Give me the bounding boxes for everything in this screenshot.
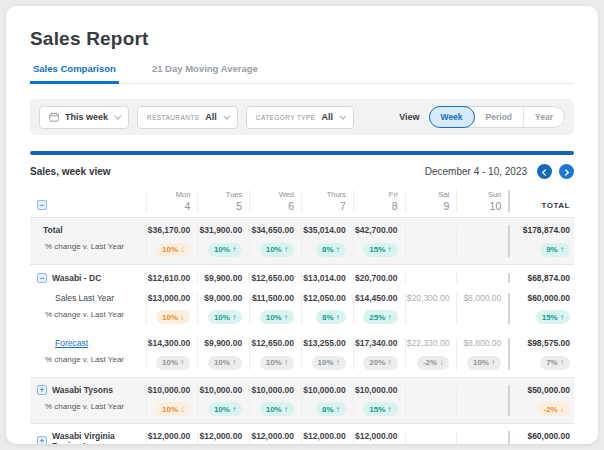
value-cell: $10,000.0010% ↑: [249, 385, 301, 417]
tab-sales-comparison[interactable]: Sales Comparison: [30, 63, 119, 84]
badge-line: 10% ↓: [147, 238, 191, 257]
chevron-down-icon: [223, 112, 230, 119]
change-badge: 10% ↑: [260, 310, 294, 324]
badge-line: 25% ↑: [354, 306, 398, 325]
value-cell: [405, 273, 457, 283]
expand-icon[interactable]: +: [37, 385, 47, 395]
change-badge: 10% ↑: [260, 402, 294, 416]
row-label-line: +Wasabi Tysons: [30, 385, 146, 395]
cell-amount: $12,000.00: [354, 431, 398, 441]
chevron-left-icon: [541, 164, 548, 179]
row-label-line: Total: [30, 225, 146, 235]
row-label-line: +Wasabi Virginia Region Longna...: [30, 431, 146, 444]
category-type-dropdown[interactable]: CATEGORY TYPE All: [246, 106, 354, 129]
cell-amount: $12,610.00: [147, 273, 191, 283]
tab-21-day-moving-average[interactable]: 21 Day Moving Average: [149, 63, 261, 83]
badge-line: 7% ↑: [510, 351, 570, 370]
cell-amount: $50,000.00: [510, 385, 570, 395]
value-cell: $12,000.0010% ↑: [249, 431, 301, 444]
value-cell: $36,170.0010% ↓: [146, 225, 198, 257]
badge-line: -2% ↓: [510, 398, 570, 417]
badge-line: 8% ↑: [302, 398, 346, 417]
badge-line: 10% ↑: [250, 306, 294, 325]
badge-line: 10% ↑: [457, 351, 501, 370]
previous-week-button[interactable]: [537, 164, 552, 179]
change-badge: 7% ↑: [540, 356, 570, 370]
filter-bar: This week RESTAURANTS All CATEGORY TYPE …: [30, 99, 574, 135]
table-header-row: −Mon4Tues5Wed6Thurs7Fri8Sat9Sun10TOTAL: [30, 187, 574, 218]
cell-amount: $9,900.00: [198, 338, 242, 348]
cell-amount: [457, 225, 501, 235]
value-cell: $9,900.0010% ↑: [197, 338, 249, 370]
day-date: 6: [250, 200, 294, 212]
row-sublabel: % change v. Last Year: [30, 355, 146, 364]
date-range-value: This week: [65, 112, 108, 122]
cell-amount: $20,700.00: [354, 273, 398, 283]
change-badge: 10% ↑: [260, 243, 294, 257]
forecast-link[interactable]: Forecast: [55, 338, 88, 348]
row-label-cell: Forecast% change v. Last Year: [30, 338, 146, 370]
expand-icon[interactable]: +: [37, 436, 47, 444]
restaurants-value: All: [205, 112, 217, 122]
date-range-dropdown[interactable]: This week: [39, 106, 129, 129]
view-option-year[interactable]: Year: [523, 107, 564, 127]
row-label-cell: −Wasabi - DC: [30, 273, 146, 283]
table-row: −Wasabi - DC$12,610.00$9,900.00$12,650.0…: [30, 265, 574, 286]
next-week-button[interactable]: [559, 164, 574, 179]
day-date: 8: [354, 200, 398, 212]
cell-amount: $12,000.00: [147, 431, 191, 441]
value-cell: $13,000.0010% ↓: [146, 293, 198, 325]
badge-line: 10% ↑: [147, 351, 191, 370]
sales-report-card: Sales Report Sales Comparison 21 Day Mov…: [6, 6, 598, 444]
table-group: Total% change v. Last Year$36,170.0010% …: [30, 218, 574, 265]
tab-bar: Sales Comparison 21 Day Moving Average: [30, 63, 574, 84]
change-badge: 8% ↑: [316, 402, 346, 416]
cell-amount: [457, 385, 501, 395]
column-header-fri: Fri8: [353, 190, 405, 212]
collapse-all-icon[interactable]: −: [37, 200, 47, 210]
total-cell: $178,874.009% ↑: [508, 225, 574, 257]
change-badge: -2% ↓: [538, 402, 570, 416]
day-date: 9: [406, 200, 450, 212]
table-row: Forecast% change v. Last Year$14,300.001…: [30, 331, 574, 377]
value-cell: $11,500.0010% ↑: [249, 293, 301, 325]
cell-amount: [457, 431, 501, 441]
value-cell: $8,800.0010% ↑: [456, 338, 508, 370]
value-cell: $13,014.00: [301, 273, 353, 283]
value-cell: $35,014.008% ↑: [301, 225, 353, 257]
badge-line: 10% ↑: [198, 398, 242, 417]
change-badge: 10% ↑: [156, 356, 190, 370]
cell-amount: $14,450.00: [354, 293, 398, 303]
cell-amount: $10,000.00: [198, 385, 242, 395]
row-sublabel: % change v. Last Year: [30, 402, 146, 411]
column-header-wed: Wed6: [249, 190, 301, 212]
badge-line: [457, 238, 501, 252]
cell-amount: $60,000.00: [510, 293, 570, 303]
value-cell: [456, 273, 508, 283]
badge-line: 8% ↑: [302, 306, 346, 325]
cell-amount: $35,014.00: [302, 225, 346, 235]
cell-amount: $34,650.00: [250, 225, 294, 235]
page-title: Sales Report: [30, 28, 574, 50]
column-header-total: TOTAL: [508, 190, 574, 212]
cell-amount: [406, 431, 450, 441]
date-navigation: December 4 - 10, 2023: [425, 164, 574, 179]
value-cell: $17,340.0020% ↑: [353, 338, 405, 370]
row-label-cell: Total% change v. Last Year: [30, 225, 146, 257]
view-option-week[interactable]: Week: [429, 106, 475, 128]
cell-amount: $10,000.00: [302, 385, 346, 395]
change-badge: 10% ↓: [156, 310, 190, 324]
day-date: 4: [147, 200, 191, 212]
cell-amount: $12,650.00: [250, 338, 294, 348]
collapse-icon[interactable]: −: [37, 273, 47, 283]
row-label-cell: Sales Last Year% change v. Last Year: [30, 293, 146, 325]
value-cell: $34,650.0010% ↑: [249, 225, 301, 257]
restaurants-dropdown[interactable]: RESTAURANTS All: [137, 106, 238, 129]
category-type-value: All: [321, 112, 333, 122]
value-cell: $12,050.008% ↑: [301, 293, 353, 325]
change-badge: 20% ↑: [363, 356, 397, 370]
view-option-period[interactable]: Period: [474, 107, 523, 127]
value-cell: [405, 385, 457, 417]
cell-amount: $13,255.00: [302, 338, 346, 348]
badge-line: 10% ↑: [250, 351, 294, 370]
